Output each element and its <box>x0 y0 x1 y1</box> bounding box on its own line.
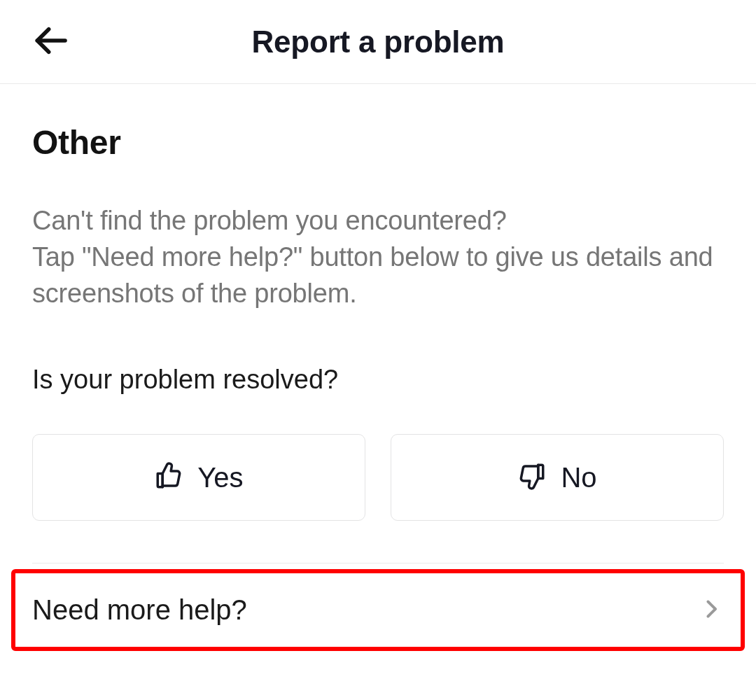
page-title: Report a problem <box>251 24 504 59</box>
header: Report a problem <box>0 0 756 84</box>
need-more-help-highlight: Need more help? <box>11 569 745 651</box>
back-button[interactable] <box>31 22 70 62</box>
yes-button[interactable]: Yes <box>32 434 365 521</box>
arrow-left-icon <box>31 21 70 63</box>
thumbs-up-icon <box>154 461 183 493</box>
need-more-help-button[interactable]: Need more help? <box>32 594 724 626</box>
section-title: Other <box>32 123 724 162</box>
chevron-right-icon <box>699 596 724 624</box>
content: Other Can't find the problem you encount… <box>0 84 756 651</box>
choice-row: Yes No <box>32 434 724 521</box>
no-label: No <box>561 462 596 493</box>
divider <box>32 563 724 564</box>
description-text: Can't find the problem you encountered?T… <box>32 202 724 312</box>
no-button[interactable]: No <box>391 434 724 521</box>
thumbs-down-icon <box>517 461 547 493</box>
need-more-help-label: Need more help? <box>32 594 247 626</box>
resolved-question: Is your problem resolved? <box>32 365 724 395</box>
yes-label: Yes <box>197 462 243 493</box>
